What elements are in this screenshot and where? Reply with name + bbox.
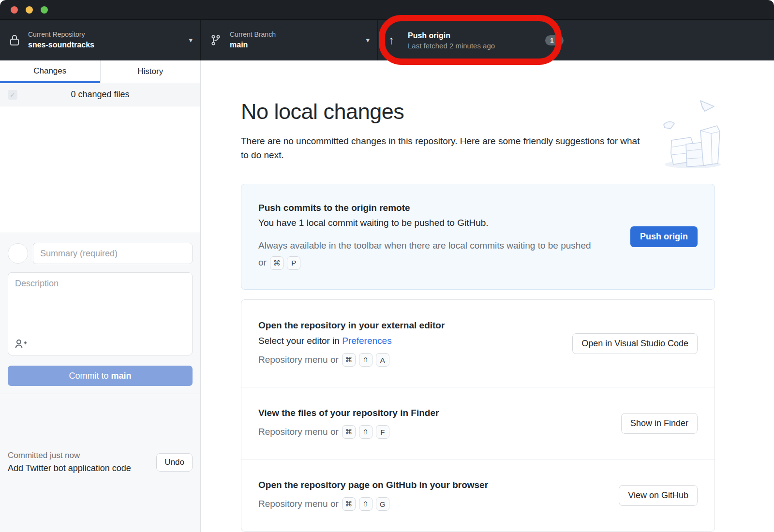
preferences-link[interactable]: Preferences [342, 336, 391, 346]
suggestion-body: You have 1 local commit waiting to be pu… [258, 218, 616, 228]
zoom-window-button[interactable] [41, 6, 48, 14]
undo-button[interactable]: Undo [156, 453, 193, 472]
avatar [8, 243, 28, 264]
f-key: F [376, 425, 389, 439]
suggested-actions-card: Open the repository in your external edi… [241, 299, 715, 532]
undo-commit-bar: Committed just now Add Twitter bot appli… [0, 394, 200, 532]
push-suggestion-card: Push commits to the origin remote You ha… [241, 184, 715, 290]
shift-key: ⇧ [359, 497, 372, 511]
changed-files-count: 0 changed files [17, 89, 183, 100]
action-title: Open the repository in your external edi… [258, 320, 558, 331]
action-title: View the files of your repository in Fin… [258, 408, 607, 418]
push-origin-button[interactable]: Push origin [630, 226, 698, 247]
toolbar: Current Repository snes-soundtracks ▾ Cu… [0, 19, 774, 60]
commit-description-input[interactable] [8, 272, 193, 355]
crumpled-paper-illustration [658, 97, 723, 171]
git-branch-icon [210, 34, 230, 46]
show-in-finder-row: View the files of your repository in Fin… [241, 387, 714, 459]
commit-to-main-button[interactable]: Commit to main [8, 366, 193, 386]
open-in-vscode-button[interactable]: Open in Visual Studio Code [572, 333, 698, 354]
shift-key: ⇧ [359, 353, 372, 367]
github-desktop-window: Current Repository snes-soundtracks ▾ Cu… [0, 0, 774, 532]
branch-label: Current Branch [230, 30, 362, 39]
view-on-github-row: Open the repository page on GitHub in yo… [241, 459, 714, 531]
lock-icon [9, 34, 28, 46]
changes-file-list [0, 106, 200, 233]
tab-history[interactable]: History [100, 60, 201, 83]
changed-files-row: ✓ 0 changed files [0, 83, 200, 106]
arrow-up-icon: ↑ [388, 33, 408, 47]
page-subtitle: There are no uncommitted changes in this… [241, 134, 645, 163]
badge-arrow-up-icon: ↑ [556, 37, 559, 44]
close-window-button[interactable] [11, 6, 18, 14]
shortcut-hint: Repository menu or ⌘ ⇧ G [258, 497, 604, 511]
shift-key: ⇧ [359, 425, 372, 439]
add-coauthor-icon[interactable] [15, 338, 27, 352]
tab-changes[interactable]: Changes [0, 60, 100, 83]
g-key: G [376, 497, 389, 511]
sidebar-tabs: Changes History [0, 60, 200, 83]
command-key: ⌘ [342, 425, 356, 439]
last-commit-message: Add Twitter bot application code [8, 462, 151, 474]
ahead-commits-badge: 1↑ [545, 35, 564, 45]
show-in-finder-button[interactable]: Show in Finder [621, 413, 698, 434]
command-key: ⌘ [270, 256, 283, 270]
sidebar: Changes History ✓ 0 changed files [0, 60, 201, 532]
push-origin-title: Push origin [408, 31, 540, 41]
push-origin-toolbar-button[interactable]: ↑ Push origin Last fetched 2 minutes ago… [378, 20, 571, 60]
suggestion-hint: Always available in the toolbar when the… [258, 237, 597, 271]
chevron-down-icon: ▾ [189, 36, 193, 44]
select-all-checkbox[interactable]: ✓ [8, 90, 17, 100]
current-repository-dropdown[interactable]: Current Repository snes-soundtracks ▾ [0, 20, 201, 60]
shortcut-hint: Repository menu or ⌘ ⇧ F [258, 425, 607, 439]
titlebar [0, 0, 774, 19]
last-fetched-text: Last fetched 2 minutes ago [408, 42, 540, 51]
minimize-window-button[interactable] [26, 6, 33, 14]
commit-summary-input[interactable] [33, 243, 193, 264]
open-in-editor-row: Open the repository in your external edi… [241, 300, 714, 387]
commit-form: Commit to main [0, 233, 200, 394]
main-content: No local changes There are no uncommitte… [201, 60, 774, 532]
chevron-down-icon: ▾ [366, 36, 370, 44]
commit-status-text: Committed just now [8, 450, 151, 462]
p-key: P [287, 256, 300, 270]
command-key: ⌘ [342, 353, 356, 367]
suggestion-title: Push commits to the origin remote [258, 203, 616, 213]
branch-name: main [230, 40, 362, 50]
repository-label: Current Repository [28, 30, 185, 39]
current-branch-dropdown[interactable]: Current Branch main ▾ [201, 20, 378, 60]
shortcut-hint: Repository menu or ⌘ ⇧ A [258, 353, 558, 367]
a-key: A [376, 353, 389, 367]
repository-name: snes-soundtracks [28, 40, 185, 50]
action-title: Open the repository page on GitHub in yo… [258, 480, 604, 490]
view-on-github-button[interactable]: View on GitHub [619, 485, 698, 506]
action-subtitle: Select your editor in Preferences [258, 336, 558, 346]
command-key: ⌘ [342, 497, 356, 511]
